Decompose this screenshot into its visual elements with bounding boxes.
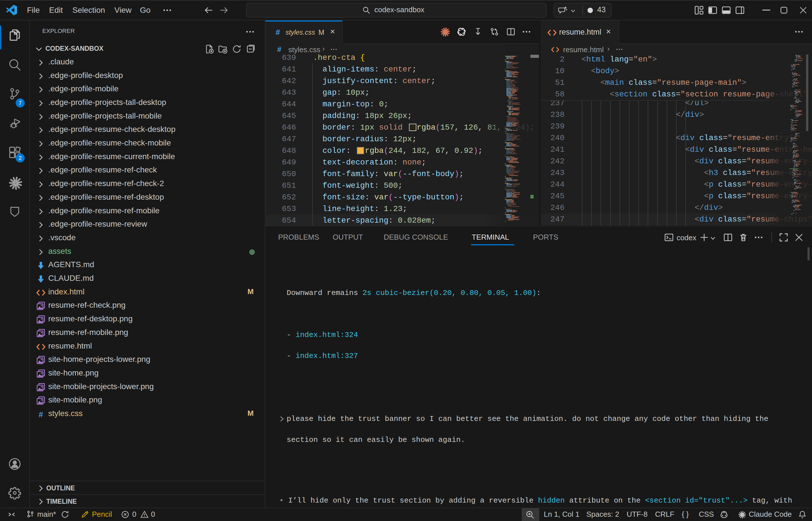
svg-text:*: *: [31, 514, 33, 519]
svg-text:#: #: [39, 410, 43, 419]
svg-text:#: #: [276, 28, 280, 37]
